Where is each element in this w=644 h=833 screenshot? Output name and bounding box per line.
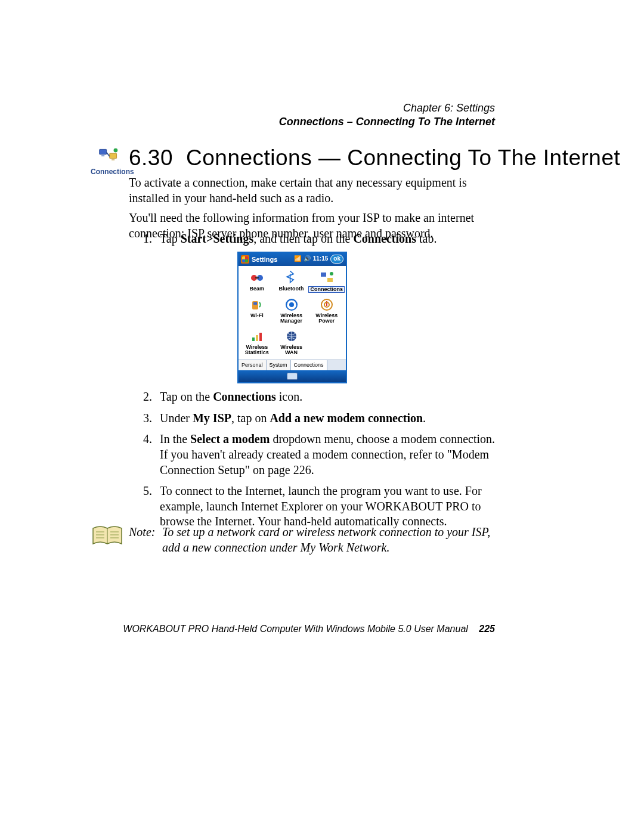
tab-connections[interactable]: Connections (291, 360, 327, 371)
note-book-icon (91, 524, 124, 550)
wifi-icon (249, 298, 265, 312)
titlebar-title: Settings (252, 255, 277, 264)
svg-rect-0 (100, 149, 107, 154)
wireless-stats-icon (249, 329, 265, 343)
svg-rect-18 (259, 333, 262, 341)
connections-icon (318, 271, 335, 285)
svg-rect-8 (327, 278, 333, 282)
steps-list: 1. Tap Start>Settings, and then tap on t… (143, 231, 501, 535)
wireless-wan-icon (283, 329, 300, 343)
svg-point-4 (113, 148, 117, 153)
grid-item-wireless-wan[interactable]: Wireless WAN (274, 328, 309, 358)
svg-point-9 (330, 272, 333, 275)
step-5: 5. To connect to the Internet, launch th… (143, 484, 501, 529)
intro-p1: To activate a connection, make certain t… (129, 175, 494, 206)
grid-item-wireless-power[interactable]: Wireless Power (308, 296, 345, 327)
page-number: 225 (479, 624, 495, 634)
connections-icon (98, 147, 119, 164)
step-2: 2. Tap on the Connections icon. (143, 389, 501, 405)
clock: 11:15 (313, 255, 329, 263)
keyboard-icon[interactable] (287, 373, 298, 380)
grid-item-connections[interactable]: Connections (308, 270, 345, 295)
svg-rect-1 (101, 155, 104, 157)
footer-text: WORKABOUT PRO Hand-Held Computer With Wi… (123, 624, 468, 634)
step-4: 4. In the Select a modem dropdown menu, … (143, 432, 501, 478)
soft-key-bar (239, 370, 346, 382)
settings-grid: Beam Bluetooth Connections (239, 266, 346, 360)
svg-rect-16 (252, 337, 255, 341)
section-title: Connections — Connecting To The Internet (186, 145, 620, 170)
section-icon-block: Connections (91, 147, 126, 176)
grid-item-wireless-manager[interactable]: Wireless Manager (274, 296, 309, 327)
bluetooth-icon (283, 271, 300, 285)
device-screenshot: Settings 📶 🔊 11:15 ok Beam (237, 252, 345, 384)
wireless-manager-icon (283, 298, 300, 312)
step-1: 1. Tap Start>Settings, and then tap on t… (143, 231, 501, 383)
section-icon-label: Connections (91, 168, 126, 176)
ok-button[interactable]: ok (330, 255, 343, 264)
svg-rect-3 (112, 159, 114, 161)
beam-icon (249, 271, 265, 285)
section-label: Connections – Connecting To The Internet (279, 115, 495, 129)
step-3: 3. Under My ISP, tap on Add a new modem … (143, 411, 501, 426)
svg-rect-2 (110, 153, 117, 158)
svg-rect-7 (321, 272, 326, 277)
settings-tabs: Personal System Connections (239, 360, 346, 371)
tab-personal[interactable]: Personal (239, 360, 267, 371)
note-block: Note: To set up a network card or wirele… (129, 525, 494, 555)
section-number: 6.30 (129, 145, 173, 171)
svg-rect-17 (256, 335, 258, 341)
grid-item-wifi[interactable]: Wi-Fi (240, 296, 274, 327)
chapter-label: Chapter 6: Settings (279, 101, 495, 115)
note-label: Note: (129, 525, 162, 555)
tab-system[interactable]: System (267, 360, 291, 371)
start-flag-icon (241, 255, 249, 264)
signal-icon: 📶 (294, 255, 301, 263)
volume-icon: 🔊 (304, 255, 311, 263)
titlebar: Settings 📶 🔊 11:15 ok (239, 253, 346, 266)
page-header: Chapter 6: Settings Connections – Connec… (279, 101, 495, 128)
svg-rect-11 (253, 302, 257, 305)
svg-point-13 (289, 302, 294, 307)
grid-item-bluetooth[interactable]: Bluetooth (274, 270, 309, 295)
page-footer: WORKABOUT PRO Hand-Held Computer With Wi… (0, 624, 644, 634)
section-heading: 6.30Connections — Connecting To The Inte… (129, 145, 620, 171)
wireless-power-icon (318, 298, 335, 312)
note-text: To set up a network card or wireless net… (162, 525, 494, 555)
grid-item-beam[interactable]: Beam (240, 270, 274, 295)
grid-item-wireless-stats[interactable]: Wireless Statistics (240, 328, 274, 358)
